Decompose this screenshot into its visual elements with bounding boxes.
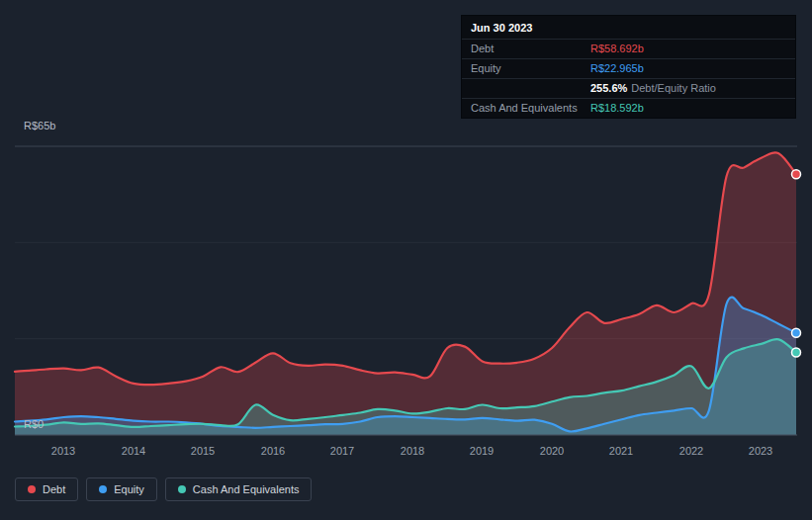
tooltip-cash-row: Cash And Equivalents R$18.592b bbox=[462, 98, 795, 118]
x-tick-2019: 2019 bbox=[470, 445, 494, 457]
legend-item-equity[interactable]: Equity bbox=[86, 477, 157, 501]
x-tick-2018: 2018 bbox=[401, 445, 424, 457]
debt-series-dot-icon bbox=[28, 485, 36, 493]
tooltip-debt-value: R$58.692b bbox=[590, 43, 644, 54]
y-axis-label-max: R$65b bbox=[24, 120, 55, 131]
x-tick-2023: 2023 bbox=[749, 445, 772, 457]
x-tick-2015: 2015 bbox=[191, 445, 215, 457]
x-tick-2013: 2013 bbox=[51, 445, 75, 457]
tooltip-ratio-row: 255.6%Debt/Equity Ratio bbox=[462, 78, 795, 98]
tooltip-debt-label: Debt bbox=[471, 43, 590, 54]
tooltip-cash-label: Cash And Equivalents bbox=[471, 102, 590, 114]
tooltip-equity-label: Equity bbox=[471, 62, 590, 74]
x-tick-2022: 2022 bbox=[679, 445, 703, 457]
tooltip-equity-value: R$22.965b bbox=[590, 62, 644, 74]
x-tick-2014: 2014 bbox=[122, 445, 145, 457]
legend: Debt Equity Cash And Equivalents bbox=[15, 477, 312, 501]
tooltip: Jun 30 2023 Debt R$58.692b Equity R$22.9… bbox=[461, 15, 796, 119]
legend-label-cash: Cash And Equivalents bbox=[193, 483, 300, 495]
tooltip-debt-row: Debt R$58.692b bbox=[462, 40, 795, 58]
tooltip-equity-row: Equity R$22.965b bbox=[462, 58, 795, 78]
equity-series-dot-icon bbox=[99, 485, 107, 493]
cash-series-dot-icon bbox=[178, 485, 186, 493]
x-tick-2017: 2017 bbox=[330, 445, 354, 457]
debt-equity-history-panel: R$65b R$0 2013 2014 2015 2016 2017 2018 … bbox=[0, 0, 812, 520]
x-tick-2020: 2020 bbox=[540, 445, 564, 457]
tooltip-ratio-suffix: Debt/Equity Ratio bbox=[631, 82, 716, 94]
tooltip-ratio-number: 255.6% bbox=[590, 82, 627, 94]
legend-item-cash[interactable]: Cash And Equivalents bbox=[165, 477, 313, 501]
legend-label-debt: Debt bbox=[43, 483, 65, 495]
x-tick-2021: 2021 bbox=[609, 445, 633, 457]
x-tick-2016: 2016 bbox=[261, 445, 285, 457]
legend-item-debt[interactable]: Debt bbox=[15, 477, 78, 501]
tooltip-date: Jun 30 2023 bbox=[462, 16, 795, 40]
y-axis-label-zero: R$0 bbox=[24, 418, 44, 430]
tooltip-ratio-value: 255.6%Debt/Equity Ratio bbox=[590, 82, 716, 94]
legend-label-equity: Equity bbox=[114, 483, 144, 495]
tooltip-cash-value: R$18.592b bbox=[590, 102, 644, 114]
